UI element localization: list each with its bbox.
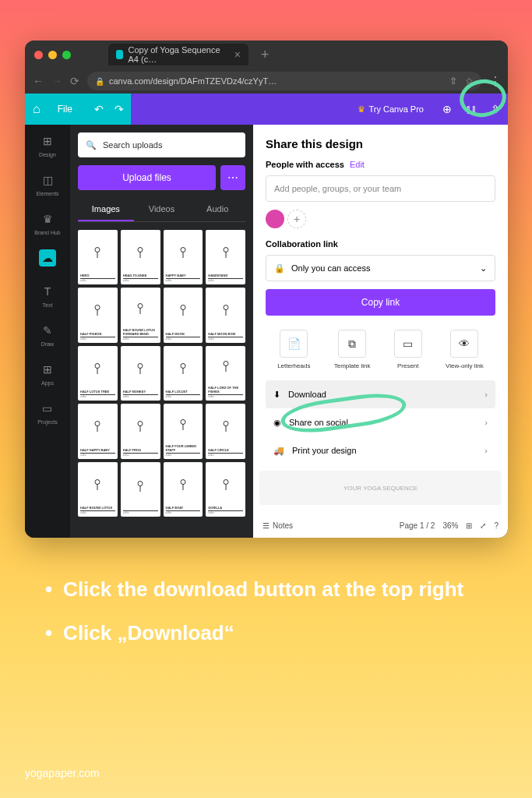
sidebar-item-text[interactable]: T Text (39, 283, 56, 308)
sidebar-item-draw[interactable]: ✎ Draw (39, 322, 56, 347)
url-bar: ← → ⟳ 🔒 canva.com/design/DAFmTZEVDz4/czY… (25, 69, 508, 94)
file-menu[interactable]: File (50, 101, 80, 118)
thumbnail[interactable]: HALF FROGardha (121, 404, 160, 458)
upload-files-button[interactable]: Upload files (78, 165, 216, 190)
canvas-footer: ☰ Notes Page 1 / 2 36% ⊞ ⤢ ? (253, 521, 508, 530)
template-icon: ⧉ (338, 330, 366, 358)
thumbnail[interactable]: HALF MONKEYardha (121, 346, 160, 401)
forward-icon[interactable]: → (51, 75, 62, 87)
upload-more-button[interactable]: ⋯ (220, 165, 245, 190)
action-present[interactable]: ▭ Present (394, 330, 422, 369)
search-input[interactable]: 🔍 Search uploads (78, 132, 245, 157)
try-pro-button[interactable]: ♛ Try Canva Pro (348, 100, 433, 119)
share-social-row[interactable]: ◉ Share on social › (266, 408, 495, 436)
elements-icon: ◫ (39, 171, 56, 189)
thumbnail-grid: HEROardhaHEAD-TO-KNEEardhaHAPPY BABYardh… (78, 230, 245, 517)
close-window[interactable] (34, 51, 43, 59)
copy-link-button[interactable]: Copy link (266, 289, 495, 316)
tab-images[interactable]: Images (78, 198, 134, 221)
bullet-icon: • (45, 577, 52, 603)
browser-menu-icon[interactable]: ⋮ (489, 74, 500, 89)
download-icon: ⬇ (273, 390, 280, 400)
edit-access-link[interactable]: Edit (350, 160, 365, 169)
traffic-lights (34, 51, 71, 59)
bullet-icon: • (45, 620, 52, 647)
home-icon[interactable]: ⌂ (33, 102, 41, 116)
apps-icon: ⊞ (39, 361, 56, 378)
action-view-only[interactable]: 👁 View-only link (446, 330, 484, 369)
thumbnail[interactable]: HALF BOATardha (164, 462, 203, 517)
share-url-icon[interactable]: ⇧ (449, 76, 457, 87)
thumbnail[interactable]: HANDSTANDardha (206, 230, 245, 284)
tab-videos[interactable]: Videos (134, 198, 190, 221)
thumbnail[interactable]: HALF FOUR LIMBED STAFFardha (164, 404, 203, 458)
new-tab-button[interactable]: + (261, 47, 270, 63)
thumbnail[interactable]: HAPPY BABYardha (164, 230, 203, 284)
minimize-window[interactable] (48, 51, 57, 59)
page-indicator[interactable]: Page 1 / 2 (400, 521, 435, 530)
close-tab-icon[interactable]: × (234, 48, 241, 61)
action-template-link[interactable]: ⧉ Template link (334, 330, 371, 369)
thumbnail[interactable]: HALF LORD OF THE FISHESardha (206, 346, 245, 401)
titlebar: Copy of Yoga Sequence A4 (c… × + (25, 41, 508, 69)
access-select[interactable]: 🔒 Only you can access ⌄ (266, 255, 495, 281)
app-toolbar: ⌂ File ↶ ↷ ♛ Try Canva Pro ⊕ ⫿⫿ ⇧ (25, 94, 508, 125)
sidebar-item-design[interactable]: ⊞ Design (39, 132, 56, 157)
thumbnail[interactable]: HALF BOUND LOTUS FORWARD BENDardha (121, 288, 160, 342)
notes-icon: ☰ (262, 521, 270, 530)
thumbnail[interactable]: GORILLAardha (206, 462, 245, 517)
add-person-button[interactable]: + (287, 210, 306, 228)
reload-icon[interactable]: ⟳ (70, 75, 79, 87)
chevron-right-icon: › (484, 418, 488, 427)
fullscreen-icon[interactable]: ⤢ (480, 521, 486, 530)
action-letterheads[interactable]: 📄 Letterheads (277, 330, 310, 369)
thumbnail[interactable]: HALF MOONardha (164, 288, 203, 342)
print-row[interactable]: 🚚 Print your design › (266, 436, 495, 464)
design-icon: ⊞ (39, 132, 56, 150)
browser-tab[interactable]: Copy of Yoga Sequence A4 (c… × (108, 44, 248, 65)
thumbnail[interactable]: ardha (121, 462, 160, 517)
thumbnail[interactable]: HALF MOON BOWardha (206, 288, 245, 342)
upload-panel: 🔍 Search uploads Upload files ⋯ Images V… (70, 125, 253, 538)
back-icon[interactable]: ← (33, 75, 44, 87)
present-icon: ▭ (394, 330, 422, 358)
grid-view-icon[interactable]: ⊞ (466, 521, 472, 530)
tab-audio[interactable]: Audio (189, 198, 245, 221)
undo-icon[interactable]: ↶ (94, 103, 104, 115)
thumbnail[interactable]: HALF PIGEONardha (78, 288, 118, 342)
thumbnail[interactable]: HEAD-TO-KNEEardha (121, 230, 160, 284)
sidebar-item-brandhub[interactable]: ♛ Brand Hub (34, 210, 60, 235)
thumbnail[interactable]: HALF LOTUS TREEardha (78, 346, 118, 401)
download-row[interactable]: ⬇ Download › (266, 380, 495, 408)
access-label: People with access Edit (266, 160, 495, 169)
sidebar-item-apps[interactable]: ⊞ Apps (39, 361, 56, 386)
thumbnail[interactable]: HALF CIRCLEardha (206, 404, 245, 458)
site-credit: yogapaper.com (25, 767, 100, 779)
notes-button[interactable]: ☰ Notes (262, 521, 293, 530)
people-input[interactable]: Add people, groups, or your team (266, 175, 495, 202)
help-icon[interactable]: ? (494, 521, 499, 530)
chevron-right-icon: › (484, 390, 488, 399)
thumbnail[interactable]: HALF BOUND LOTUSardha (78, 462, 118, 517)
maximize-window[interactable] (62, 51, 71, 59)
share-export-icon[interactable]: ⇧ (491, 103, 500, 115)
avatar[interactable] (266, 210, 284, 228)
viewonly-icon: 👁 (450, 330, 478, 358)
sidebar-item-elements[interactable]: ◫ Elements (36, 171, 58, 196)
sidebar-item-projects[interactable]: ▭ Projects (37, 400, 57, 425)
url-text: canva.com/design/DAFmTZEVDz4/czYyT… (109, 76, 277, 86)
invite-icon[interactable]: ⊕ (442, 103, 452, 115)
analytics-icon[interactable]: ⫿⫿ (466, 103, 477, 115)
thumbnail[interactable]: HEROardha (78, 230, 118, 284)
canvas-preview: YOUR YOGA SEQUENCE (259, 471, 502, 505)
url-field[interactable]: 🔒 canva.com/design/DAFmTZEVDz4/czYyT… ⇧ … (87, 72, 481, 90)
thumbnail[interactable]: HALF HAPPY BABYardha (78, 404, 118, 458)
browser-window: Copy of Yoga Sequence A4 (c… × + ← → ⟳ 🔒… (25, 41, 508, 538)
star-icon[interactable]: ☆ (465, 76, 474, 87)
redo-icon[interactable]: ↷ (115, 103, 124, 115)
sidebar-item-uploads[interactable]: ☁ (39, 249, 56, 269)
zoom-level[interactable]: 36% (442, 521, 458, 530)
thumbnail[interactable]: HALF LOCUSTardha (164, 346, 203, 401)
search-icon: 🔍 (86, 140, 97, 150)
favicon (116, 50, 123, 59)
